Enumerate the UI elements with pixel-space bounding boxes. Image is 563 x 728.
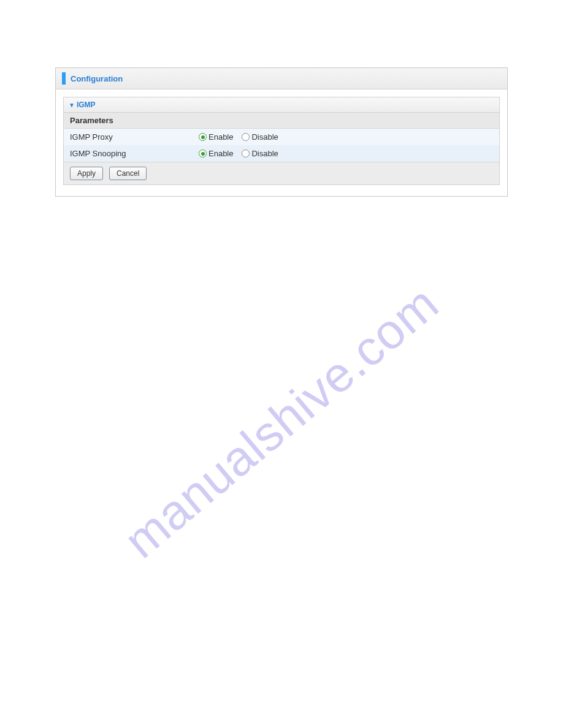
igmp-proxy-label: IGMP Proxy [70,132,199,142]
radio-icon[interactable] [199,133,207,141]
chevron-down-icon: ▼ [69,102,75,108]
igmp-proxy-enable-option[interactable]: Enable [199,132,233,142]
apply-button[interactable]: Apply [70,167,103,180]
radio-icon[interactable] [242,150,250,157]
section-title: IGMP [77,100,96,109]
radio-label: Enable [209,132,233,142]
igmp-snooping-disable-option[interactable]: Disable [242,149,278,158]
igmp-snooping-row: IGMP Snooping Enable Disable [64,145,499,162]
cancel-button[interactable]: Cancel [109,167,147,180]
panel-header: Configuration [56,68,507,89]
button-row: Apply Cancel [64,162,499,184]
parameters-header: Parameters [64,113,499,129]
radio-label: Disable [251,149,278,158]
radio-icon[interactable] [199,150,207,157]
igmp-snooping-enable-option[interactable]: Enable [199,149,233,158]
watermark-text: manualshive.com [113,275,449,569]
panel-body: ▼ IGMP Parameters IGMP Proxy Enable Disa… [56,89,507,196]
igmp-section: ▼ IGMP Parameters IGMP Proxy Enable Disa… [63,97,500,185]
radio-label: Enable [209,149,233,158]
accent-bar [62,72,66,85]
configuration-panel: Configuration ▼ IGMP Parameters IGMP Pro… [55,67,508,197]
igmp-proxy-disable-option[interactable]: Disable [242,132,278,142]
radio-icon[interactable] [242,133,250,141]
igmp-proxy-options: Enable Disable [199,132,278,142]
igmp-snooping-options: Enable Disable [199,149,278,158]
section-header[interactable]: ▼ IGMP [64,97,499,113]
igmp-snooping-label: IGMP Snooping [70,149,199,158]
panel-title: Configuration [71,74,123,83]
radio-label: Disable [251,132,278,142]
igmp-proxy-row: IGMP Proxy Enable Disable [64,129,499,145]
